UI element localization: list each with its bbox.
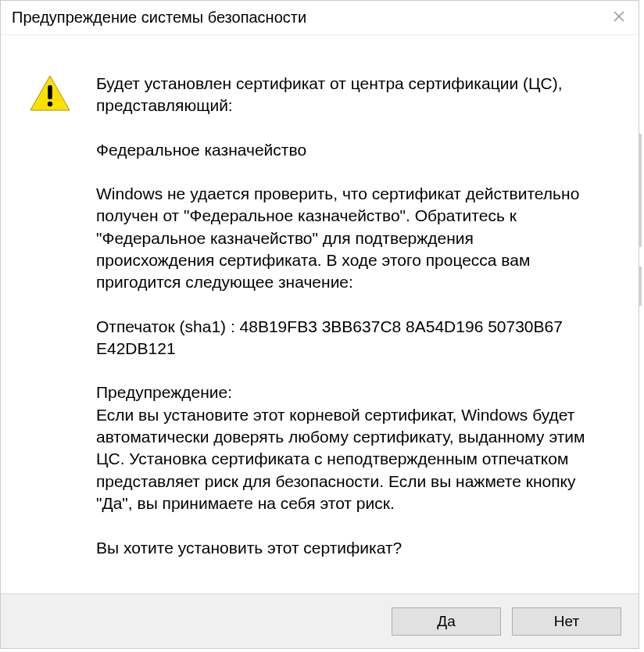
close-button[interactable] (606, 5, 632, 27)
icon-column (29, 73, 76, 578)
question-text: Вы хотите установить этот сертификат? (96, 537, 587, 559)
issuer-name: Федеральное казначейство (96, 139, 587, 161)
yes-button[interactable]: Да (392, 607, 501, 636)
intro-text: Будет установлен сертификат от центра се… (96, 73, 587, 117)
dialog-footer: Да Нет (1, 593, 639, 648)
security-warning-dialog: Предупреждение системы безопасности Буде… (0, 0, 639, 649)
warning-icon (29, 74, 71, 112)
close-icon (614, 11, 624, 22)
thumbprint-text: Отпечаток (sha1) : 48B19FB3 3BB637C8 8A5… (96, 316, 587, 360)
titlebar: Предупреждение системы безопасности (1, 1, 639, 35)
svg-point-4 (48, 102, 52, 106)
cannot-verify-text: Windows не удается проверить, что сертиф… (96, 183, 587, 294)
warning-paragraph: Предупреждение: Если вы установите этот … (96, 382, 587, 514)
message-text: Будет установлен сертификат от центра се… (96, 73, 610, 578)
decorative-edge (639, 134, 642, 247)
svg-rect-3 (48, 85, 52, 99)
dialog-title: Предупреждение системы безопасности (12, 9, 306, 27)
warning-label: Предупреждение: (96, 383, 232, 401)
dialog-content: Будет установлен сертификат от центра се… (1, 35, 639, 593)
no-button[interactable]: Нет (512, 607, 621, 636)
decorative-edge (639, 267, 642, 306)
warning-text: Если вы установите этот корневой сертифи… (96, 406, 585, 512)
